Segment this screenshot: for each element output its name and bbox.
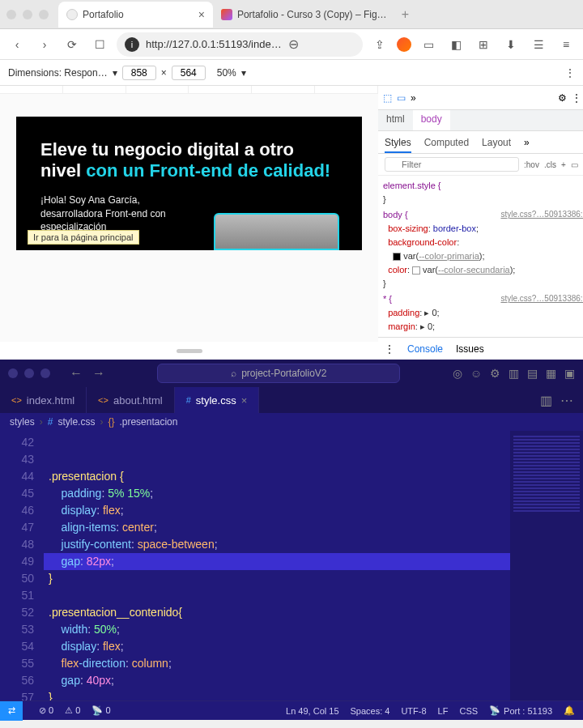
layout-icon[interactable]: ▦ [546, 367, 556, 380]
layout-icon[interactable]: ▣ [564, 367, 575, 380]
menu-icon[interactable]: ≡ [555, 34, 577, 55]
editor-titlebar: ← → ⌕ project-PortafolioV2 ◎ ☺ ⚙ ▥ ▤ ▦ ▣ [0, 360, 583, 387]
remote-icon[interactable]: ⇄ [0, 701, 23, 721]
brave-shield-icon[interactable] [397, 37, 411, 52]
bell-icon[interactable]: 🔔 [564, 705, 575, 716]
gear-icon[interactable]: ⚙ [558, 92, 567, 104]
eol[interactable]: LF [438, 706, 449, 716]
toggle-icon[interactable]: ▭ [571, 160, 578, 169]
copilot-icon[interactable]: ◎ [453, 367, 462, 380]
page-preview[interactable]: Eleve tu negocio digital a otro nivel co… [0, 94, 378, 342]
code-content[interactable]: .presentacion { padding: 5% 15%; display… [44, 431, 583, 700]
bookmark-button[interactable]: ☐ [89, 34, 110, 55]
crumb[interactable]: .presentacion [119, 416, 177, 428]
wallet-icon[interactable]: ◧ [445, 34, 466, 55]
maximize-window[interactable] [39, 10, 49, 19]
tab-computed[interactable]: Computed [424, 137, 469, 148]
css-rules-pane[interactable]: element.style {} style.css?…50913386:19 … [378, 176, 583, 337]
nav-back-icon[interactable]: ← [70, 366, 83, 381]
url-bar[interactable]: i http://127.0.0.1:51193/inde… ⊖ [117, 32, 363, 57]
more-icon[interactable]: ⋯ [560, 393, 573, 408]
crumb[interactable]: styles [10, 416, 35, 428]
encoding[interactable]: UTF-8 [401, 706, 426, 716]
reload-button[interactable]: ⟳ [62, 34, 83, 55]
hero-photo [214, 213, 339, 250]
close-window[interactable] [8, 368, 18, 378]
tab-portafolio[interactable]: Portafolio × [58, 2, 213, 28]
titlebar: Portafolio × Portafolio - Curso 3 (Copy)… [0, 0, 583, 29]
chevron-down-icon[interactable]: ▾ [241, 67, 246, 79]
source-link[interactable]: style.css?…50913386:19 [500, 208, 583, 221]
source-link[interactable]: style.css?…50913386:14 [500, 292, 583, 305]
download-icon[interactable]: ⬇ [500, 34, 521, 55]
tab-title: Portafolio - Curso 3 (Copy) – Fig… [237, 9, 387, 20]
filetab-index[interactable]: <> index.html [0, 387, 87, 413]
kebab-icon[interactable]: ⋮ [385, 343, 394, 355]
split-icon[interactable]: ▥ [540, 393, 552, 408]
profile-icon[interactable]: ☰ [528, 34, 549, 55]
language-mode[interactable]: CSS [459, 706, 478, 716]
back-button[interactable]: ‹ [6, 34, 28, 55]
close-icon[interactable]: × [241, 394, 248, 407]
tab-console[interactable]: Console [407, 343, 443, 355]
live-server-port[interactable]: 📡 Port : 51193 [489, 705, 552, 716]
code-editor: ← → ⌕ project-PortafolioV2 ◎ ☺ ⚙ ▥ ▤ ▦ ▣… [0, 360, 583, 720]
minimize-window[interactable] [23, 10, 32, 19]
maximize-window[interactable] [40, 368, 50, 378]
tab-layout[interactable]: Layout [482, 137, 511, 148]
element-picker-icon[interactable]: ⬚ [383, 92, 392, 104]
gear-icon[interactable]: ⚙ [490, 367, 500, 380]
pip-icon[interactable]: ▭ [418, 34, 439, 55]
errors-count[interactable]: ⊘ 0 [39, 705, 53, 716]
code-area[interactable]: 42434445464748495051525354555657 .presen… [0, 431, 583, 700]
account-icon[interactable]: ☺ [470, 367, 482, 380]
zoom-out-icon[interactable]: ⊖ [288, 36, 299, 52]
width-input[interactable] [122, 66, 156, 80]
filetab-about[interactable]: <> about.html [87, 387, 175, 413]
crumb[interactable]: style.css [57, 416, 95, 428]
command-center[interactable]: ⌕ project-PortafolioV2 [157, 364, 400, 383]
kebab-icon[interactable]: ⋮ [565, 67, 575, 79]
hov-toggle[interactable]: :hov [524, 160, 539, 169]
new-tab-button[interactable]: + [395, 7, 415, 22]
radio-count[interactable]: 📡 0 [91, 705, 110, 716]
tab-styles[interactable]: Styles [385, 137, 411, 153]
layout-icon[interactable]: ▤ [527, 367, 538, 380]
indent-setting[interactable]: Spaces: 4 [351, 706, 390, 716]
zoom-dropdown[interactable]: 50% [217, 67, 236, 79]
close-window[interactable] [6, 10, 16, 19]
device-mode-icon[interactable]: ▭ [397, 92, 406, 104]
extensions-icon[interactable]: ⊞ [473, 34, 494, 55]
kebab-icon[interactable]: ⋮ [572, 92, 581, 104]
height-input[interactable] [172, 66, 206, 80]
new-rule-button[interactable]: + [561, 160, 566, 169]
nav-forward-icon[interactable]: → [92, 366, 105, 381]
filetab-style[interactable]: # style.css × [175, 387, 260, 413]
more-tabs-icon[interactable]: » [524, 137, 530, 148]
filter-input[interactable] [385, 157, 519, 172]
browser-toolbar: ‹ › ⟳ ☐ i http://127.0.0.1:51193/inde… ⊖… [0, 29, 583, 60]
dom-breadcrumb: html body [378, 110, 583, 131]
breadcrumb-body[interactable]: body [413, 110, 450, 130]
color-swatch[interactable] [412, 266, 420, 275]
forward-button[interactable]: › [34, 34, 55, 55]
minimize-window[interactable] [24, 368, 34, 378]
cls-toggle[interactable]: .cls [544, 160, 556, 169]
warnings-count[interactable]: ⚠ 0 [65, 705, 80, 716]
color-swatch[interactable] [393, 253, 401, 261]
more-tabs-icon[interactable]: » [411, 92, 416, 104]
viewport-resize-handle[interactable] [0, 342, 378, 360]
tab-issues[interactable]: Issues [456, 343, 484, 355]
chevron-down-icon[interactable]: ▾ [113, 67, 117, 79]
html-icon: <> [11, 395, 22, 405]
cursor-position[interactable]: Ln 49, Col 15 [286, 706, 338, 716]
editor-breadcrumb[interactable]: styles › # style.css › {} .presentacion [0, 413, 583, 431]
dimensions-label[interactable]: Dimensions: Respon… [8, 67, 108, 79]
breadcrumb-html[interactable]: html [378, 110, 413, 130]
share-icon[interactable]: ⇪ [369, 34, 390, 55]
layout-icon[interactable]: ▥ [509, 367, 519, 380]
tab-figma[interactable]: Portafolio - Curso 3 (Copy) – Fig… [213, 2, 395, 28]
site-info-icon[interactable]: i [125, 37, 139, 52]
close-icon[interactable]: × [198, 8, 205, 21]
css-icon: # [186, 395, 191, 405]
